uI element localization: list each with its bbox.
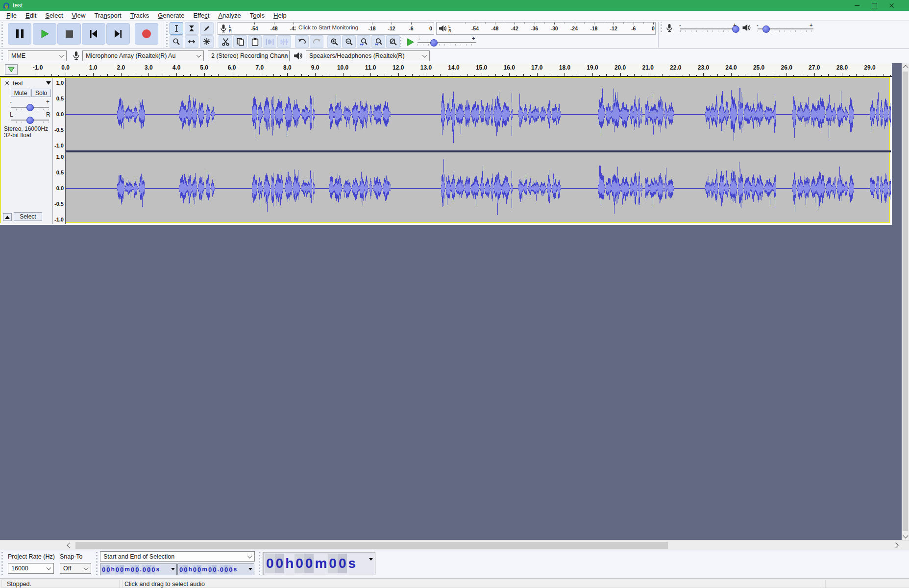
recording-device-select[interactable]: Microphone Array (Realtek(R) Au [82, 50, 204, 61]
menu-generate[interactable]: Generate [153, 11, 189, 20]
silence-audio-button[interactable] [277, 35, 291, 48]
scroll-down-icon[interactable] [903, 533, 908, 538]
time-digit[interactable]: 0 [295, 554, 304, 573]
time-digit[interactable]: 0 [179, 565, 183, 574]
waveform-channel-left[interactable] [66, 78, 891, 150]
record-button[interactable] [135, 23, 158, 45]
play-button[interactable] [33, 23, 56, 45]
timeline-ruler[interactable]: -1.00.01.02.03.04.05.06.07.08.09.010.011… [0, 63, 902, 77]
time-digit[interactable]: 0 [220, 565, 224, 574]
playback-device-select[interactable]: Speakers/Headphones (Realtek(R) [306, 50, 430, 61]
menu-analyze[interactable]: Analyze [214, 11, 245, 20]
vertical-scrollbar[interactable] [902, 63, 909, 540]
vertical-scale-ruler[interactable]: 1.00.50.0-0.5-1.01.00.50.0-0.5-1.0 [53, 78, 66, 224]
multi-tool-button[interactable] [200, 35, 214, 48]
skip-to-end-button[interactable] [106, 23, 130, 45]
horizontal-scrollbar-thumb[interactable] [75, 542, 668, 549]
trim-audio-button[interactable] [263, 35, 276, 48]
time-digit[interactable]: 0 [212, 565, 217, 574]
zoom-toggle-button[interactable] [386, 35, 400, 48]
time-digit[interactable]: 0 [106, 565, 110, 574]
fit-selection-button[interactable] [357, 35, 370, 48]
maximize-button[interactable] [866, 0, 883, 11]
selection-toolbar-grip[interactable] [1, 552, 3, 577]
time-digit[interactable]: 0 [193, 565, 197, 574]
time-digit[interactable]: 0 [228, 565, 233, 574]
time-digit[interactable]: 0 [183, 565, 188, 574]
mute-button[interactable]: Mute [11, 89, 30, 97]
waveform-channel-right[interactable] [66, 152, 891, 224]
scroll-left-icon[interactable] [67, 542, 72, 548]
time-digit[interactable]: 0 [275, 554, 285, 573]
selection-end-field[interactable]: 00h00m00.000s [177, 564, 254, 575]
time-digit[interactable]: 0 [147, 565, 151, 574]
time-digit[interactable]: 0 [328, 554, 338, 573]
track-name-menu[interactable]: test [13, 79, 51, 87]
minimize-button[interactable] [849, 0, 865, 11]
time-shift-tool-button[interactable] [185, 35, 198, 48]
playback-meter[interactable]: LR -54-48-42-36-30-24-18-12-60 [436, 22, 656, 35]
recording-volume-knob[interactable] [732, 25, 739, 33]
scroll-right-icon[interactable] [893, 542, 898, 548]
close-button[interactable] [883, 0, 900, 11]
workspace-background[interactable] [0, 225, 902, 540]
timeline-options-button[interactable] [5, 64, 18, 75]
time-digit[interactable]: 0 [151, 565, 155, 574]
time-digit[interactable]: 0 [265, 554, 275, 573]
time-digit[interactable]: 0 [224, 565, 228, 574]
pan-knob[interactable] [26, 117, 34, 124]
time-digit[interactable]: 0 [130, 565, 135, 574]
time-digit[interactable]: 0 [101, 565, 106, 574]
menu-edit[interactable]: Edit [21, 11, 41, 20]
skip-to-start-button[interactable] [82, 23, 105, 45]
fit-project-button[interactable] [371, 35, 385, 48]
draw-tool-button[interactable] [200, 22, 214, 35]
solo-button[interactable]: Solo [31, 89, 51, 97]
scroll-up-icon[interactable] [903, 65, 908, 70]
time-toolbar-grip[interactable] [259, 552, 260, 577]
monitoring-overlay[interactable]: Click to Start Monitoring [295, 24, 361, 31]
track-close-button[interactable] [3, 79, 11, 87]
play-at-speed-grip[interactable] [400, 36, 401, 48]
time-digit[interactable]: 0 [135, 565, 139, 574]
envelope-tool-button[interactable] [185, 22, 198, 35]
play-speed-slider[interactable] [418, 42, 476, 43]
menu-transport[interactable]: Transport [90, 11, 125, 20]
selection-grip[interactable] [96, 552, 98, 577]
time-digit[interactable]: 0 [120, 565, 124, 574]
vertical-scrollbar-thumb[interactable] [903, 72, 908, 531]
audio-position-display[interactable]: 00h00m00s [263, 552, 375, 575]
recording-channels-select[interactable]: 2 (Stereo) Recording Chann [208, 50, 290, 61]
selection-mode-select[interactable]: Start and End of Selection [100, 551, 255, 562]
zoom-out-button[interactable] [342, 35, 356, 48]
paste-button[interactable] [248, 35, 262, 48]
collapse-track-button[interactable] [3, 213, 12, 221]
time-field-dropdown-icon[interactable] [248, 568, 252, 570]
time-field-dropdown-icon[interactable] [171, 568, 175, 570]
snap-to-select[interactable]: Off [60, 563, 91, 574]
transport-toolbar-grip[interactable] [1, 23, 3, 47]
select-track-button[interactable]: Select [14, 212, 42, 221]
gain-knob[interactable] [26, 104, 34, 111]
time-digit[interactable]: 0 [338, 554, 347, 573]
project-rate-select[interactable]: 16000 [8, 563, 54, 574]
stop-button[interactable] [57, 23, 81, 45]
menu-file[interactable]: File [2, 11, 21, 20]
time-digit[interactable]: 0 [304, 554, 314, 573]
time-field-dropdown-icon[interactable] [369, 558, 373, 561]
playback-volume-knob[interactable] [762, 25, 770, 33]
redo-button[interactable] [310, 35, 323, 48]
selection-start-field[interactable]: 00h00m00.000s [100, 564, 177, 575]
zoom-tool-button[interactable] [170, 35, 183, 48]
time-digit[interactable]: 0 [142, 565, 147, 574]
menu-view[interactable]: View [68, 11, 90, 20]
selection-tool-button[interactable] [170, 22, 183, 35]
menu-tracks[interactable]: Tracks [126, 11, 154, 20]
menu-tools[interactable]: Tools [246, 11, 269, 20]
device-toolbar-grip[interactable] [1, 50, 3, 62]
zoom-in-button[interactable] [327, 35, 341, 48]
recording-volume-slider[interactable] [680, 28, 738, 29]
undo-button[interactable] [295, 35, 309, 48]
time-digit[interactable]: 0 [197, 565, 201, 574]
horizontal-scrollbar[interactable] [0, 540, 909, 550]
